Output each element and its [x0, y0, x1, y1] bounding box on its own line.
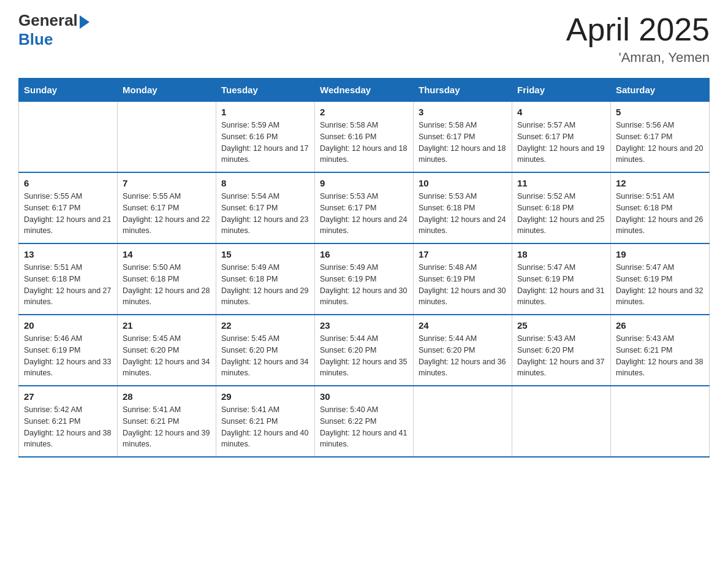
logo-blue: Blue: [18, 30, 53, 48]
calendar-body: 1Sunrise: 5:59 AMSunset: 6:16 PMDaylight…: [19, 102, 710, 458]
day-info: Sunrise: 5:44 AMSunset: 6:20 PMDaylight:…: [419, 333, 507, 379]
calendar-cell: 26Sunrise: 5:43 AMSunset: 6:21 PMDayligh…: [611, 315, 710, 386]
day-info: Sunrise: 5:47 AMSunset: 6:19 PMDaylight:…: [616, 262, 704, 308]
day-info: Sunrise: 5:41 AMSunset: 6:21 PMDaylight:…: [123, 404, 211, 450]
calendar-cell: 21Sunrise: 5:45 AMSunset: 6:20 PMDayligh…: [118, 315, 216, 386]
day-number: 16: [320, 249, 408, 259]
calendar-week-2: 6Sunrise: 5:55 AMSunset: 6:17 PMDaylight…: [19, 172, 710, 243]
day-number: 23: [320, 320, 408, 331]
logo-general: General: [18, 11, 78, 29]
day-number: 9: [320, 178, 408, 188]
calendar-cell: 28Sunrise: 5:41 AMSunset: 6:21 PMDayligh…: [118, 386, 216, 457]
calendar-cell: 1Sunrise: 5:59 AMSunset: 6:16 PMDaylight…: [216, 102, 315, 173]
calendar-cell: 30Sunrise: 5:40 AMSunset: 6:22 PMDayligh…: [315, 386, 414, 457]
day-info: Sunrise: 5:51 AMSunset: 6:18 PMDaylight:…: [616, 191, 704, 237]
day-info: Sunrise: 5:49 AMSunset: 6:18 PMDaylight:…: [221, 262, 309, 308]
calendar-cell: 3Sunrise: 5:58 AMSunset: 6:17 PMDaylight…: [414, 102, 512, 173]
calendar-cell: 5Sunrise: 5:56 AMSunset: 6:17 PMDaylight…: [611, 102, 710, 173]
day-number: 25: [517, 320, 605, 331]
day-info: Sunrise: 5:57 AMSunset: 6:17 PMDaylight:…: [517, 120, 605, 166]
month-title: April 2025: [566, 12, 710, 47]
calendar-cell: 6Sunrise: 5:55 AMSunset: 6:17 PMDaylight…: [19, 172, 118, 243]
day-number: 8: [221, 178, 309, 188]
day-info: Sunrise: 5:58 AMSunset: 6:16 PMDaylight:…: [320, 120, 408, 166]
calendar-cell: [414, 386, 512, 457]
calendar-cell: 22Sunrise: 5:45 AMSunset: 6:20 PMDayligh…: [216, 315, 315, 386]
calendar-table: SundayMondayTuesdayWednesdayThursdayFrid…: [18, 78, 710, 458]
weekday-header-wednesday: Wednesday: [315, 79, 414, 102]
calendar-cell: 18Sunrise: 5:47 AMSunset: 6:19 PMDayligh…: [512, 243, 611, 315]
calendar-cell: [118, 102, 216, 173]
day-info: Sunrise: 5:42 AMSunset: 6:21 PMDaylight:…: [24, 404, 112, 450]
day-number: 4: [517, 107, 605, 117]
calendar-cell: 19Sunrise: 5:47 AMSunset: 6:19 PMDayligh…: [611, 243, 710, 315]
day-info: Sunrise: 5:53 AMSunset: 6:18 PMDaylight:…: [419, 191, 507, 237]
day-info: Sunrise: 5:52 AMSunset: 6:18 PMDaylight:…: [517, 191, 605, 237]
day-number: 19: [616, 249, 704, 259]
day-info: Sunrise: 5:58 AMSunset: 6:17 PMDaylight:…: [419, 120, 507, 166]
calendar-week-1: 1Sunrise: 5:59 AMSunset: 6:16 PMDaylight…: [19, 102, 710, 173]
logo-arrow-icon: [80, 15, 89, 29]
logo: General Blue: [18, 12, 89, 47]
calendar-cell: 23Sunrise: 5:44 AMSunset: 6:20 PMDayligh…: [315, 315, 414, 386]
day-info: Sunrise: 5:50 AMSunset: 6:18 PMDaylight:…: [123, 262, 211, 308]
day-number: 17: [419, 249, 507, 259]
day-number: 12: [616, 178, 704, 188]
day-number: 11: [517, 178, 605, 188]
calendar-cell: 15Sunrise: 5:49 AMSunset: 6:18 PMDayligh…: [216, 243, 315, 315]
day-number: 30: [320, 391, 408, 402]
day-number: 14: [123, 249, 211, 259]
day-info: Sunrise: 5:45 AMSunset: 6:20 PMDaylight:…: [221, 333, 309, 379]
calendar-cell: 4Sunrise: 5:57 AMSunset: 6:17 PMDaylight…: [512, 102, 611, 173]
day-info: Sunrise: 5:47 AMSunset: 6:19 PMDaylight:…: [517, 262, 605, 308]
calendar-header: SundayMondayTuesdayWednesdayThursdayFrid…: [19, 79, 710, 102]
calendar-cell: 10Sunrise: 5:53 AMSunset: 6:18 PMDayligh…: [414, 172, 512, 243]
calendar-cell: 13Sunrise: 5:51 AMSunset: 6:18 PMDayligh…: [19, 243, 118, 315]
day-info: Sunrise: 5:55 AMSunset: 6:17 PMDaylight:…: [24, 191, 112, 237]
title-block: April 2025 'Amran, Yemen: [566, 12, 710, 66]
day-info: Sunrise: 5:40 AMSunset: 6:22 PMDaylight:…: [320, 404, 408, 450]
calendar-cell: 24Sunrise: 5:44 AMSunset: 6:20 PMDayligh…: [414, 315, 512, 386]
calendar-cell: 8Sunrise: 5:54 AMSunset: 6:17 PMDaylight…: [216, 172, 315, 243]
day-number: 21: [123, 320, 211, 331]
calendar-week-4: 20Sunrise: 5:46 AMSunset: 6:19 PMDayligh…: [19, 315, 710, 386]
day-info: Sunrise: 5:48 AMSunset: 6:19 PMDaylight:…: [419, 262, 507, 308]
weekday-header-tuesday: Tuesday: [216, 79, 315, 102]
calendar-cell: 17Sunrise: 5:48 AMSunset: 6:19 PMDayligh…: [414, 243, 512, 315]
calendar-cell: 27Sunrise: 5:42 AMSunset: 6:21 PMDayligh…: [19, 386, 118, 457]
day-info: Sunrise: 5:54 AMSunset: 6:17 PMDaylight:…: [221, 191, 309, 237]
calendar-cell: 9Sunrise: 5:53 AMSunset: 6:17 PMDaylight…: [315, 172, 414, 243]
day-number: 28: [123, 391, 211, 402]
day-info: Sunrise: 5:41 AMSunset: 6:21 PMDaylight:…: [221, 404, 309, 450]
day-number: 10: [419, 178, 507, 188]
day-info: Sunrise: 5:51 AMSunset: 6:18 PMDaylight:…: [24, 262, 112, 308]
calendar-cell: 7Sunrise: 5:55 AMSunset: 6:17 PMDaylight…: [118, 172, 216, 243]
calendar-cell: [19, 102, 118, 173]
day-info: Sunrise: 5:43 AMSunset: 6:20 PMDaylight:…: [517, 333, 605, 379]
day-info: Sunrise: 5:49 AMSunset: 6:19 PMDaylight:…: [320, 262, 408, 308]
weekday-header-saturday: Saturday: [611, 79, 710, 102]
day-number: 22: [221, 320, 309, 331]
day-number: 18: [517, 249, 605, 259]
calendar-cell: [512, 386, 611, 457]
day-number: 3: [419, 107, 507, 117]
day-number: 7: [123, 178, 211, 188]
day-info: Sunrise: 5:43 AMSunset: 6:21 PMDaylight:…: [616, 333, 704, 379]
day-number: 27: [24, 391, 112, 402]
calendar-cell: 29Sunrise: 5:41 AMSunset: 6:21 PMDayligh…: [216, 386, 315, 457]
day-info: Sunrise: 5:59 AMSunset: 6:16 PMDaylight:…: [221, 120, 309, 166]
weekday-header-row: SundayMondayTuesdayWednesdayThursdayFrid…: [19, 79, 710, 102]
day-number: 6: [24, 178, 112, 188]
day-number: 20: [24, 320, 112, 331]
weekday-header-sunday: Sunday: [19, 79, 118, 102]
day-number: 5: [616, 107, 704, 117]
day-info: Sunrise: 5:46 AMSunset: 6:19 PMDaylight:…: [24, 333, 112, 379]
calendar-cell: 14Sunrise: 5:50 AMSunset: 6:18 PMDayligh…: [118, 243, 216, 315]
day-info: Sunrise: 5:44 AMSunset: 6:20 PMDaylight:…: [320, 333, 408, 379]
calendar-cell: 20Sunrise: 5:46 AMSunset: 6:19 PMDayligh…: [19, 315, 118, 386]
calendar-week-3: 13Sunrise: 5:51 AMSunset: 6:18 PMDayligh…: [19, 243, 710, 315]
day-number: 15: [221, 249, 309, 259]
day-info: Sunrise: 5:45 AMSunset: 6:20 PMDaylight:…: [123, 333, 211, 379]
calendar-week-5: 27Sunrise: 5:42 AMSunset: 6:21 PMDayligh…: [19, 386, 710, 457]
weekday-header-thursday: Thursday: [414, 79, 512, 102]
